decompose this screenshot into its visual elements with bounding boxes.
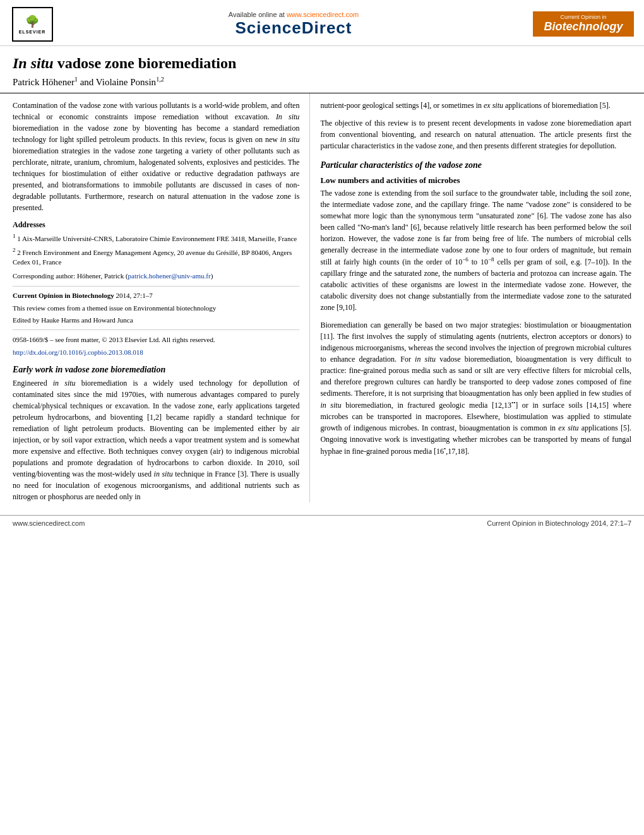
main-content: Contamination of the vadose zone with va… xyxy=(0,93,644,502)
objective-para: The objective of this review is to prese… xyxy=(320,117,631,151)
doi-url[interactable]: http://dx.doi.org/10.1016/j.copbio.2013.… xyxy=(13,348,143,356)
bioremediation-para: Bioremediation can generally be based on… xyxy=(320,319,631,457)
sciencedirect-title: ScienceDirect xyxy=(54,18,533,38)
left-column: Contamination of the vadose zone with va… xyxy=(13,93,309,502)
addresses-section: Addresses 1 1 Aix-Marseille Université-C… xyxy=(13,220,299,267)
page-footer: www.sciencedirect.com Current Opinion in… xyxy=(0,515,644,531)
early-work-text: Engineered in situ bioremediation is a w… xyxy=(13,377,299,502)
addresses-title: Addresses xyxy=(13,220,299,230)
header-center: Available online at www.sciencedirect.co… xyxy=(54,11,533,38)
abstract-text: Contamination of the vadose zone with va… xyxy=(13,100,299,213)
doi-link: http://dx.doi.org/10.1016/j.copbio.2013.… xyxy=(13,348,299,356)
journal-info: Current Opinion in Biotechnology 2014, 2… xyxy=(13,290,299,301)
sciencedirect-url[interactable]: www.sciencedirect.com xyxy=(287,11,359,18)
available-online-text: Available online at www.sciencedirect.co… xyxy=(54,11,533,18)
early-work-heading: Early work in vadose zone bioremediation xyxy=(13,365,299,375)
author-email[interactable]: patrick.hohener@univ-amu.fr xyxy=(128,272,211,280)
journal-badge: Current Opinion in Biotechnology xyxy=(533,11,634,37)
section1-heading: Particular characteristics of the vadose… xyxy=(320,160,631,170)
journal-label-top: Current Opinion in xyxy=(538,14,629,20)
right-column: nutrient-poor geological settings [4], o… xyxy=(309,93,631,502)
subsection1-heading: Low numbers and activities of microbes xyxy=(320,175,631,186)
elsevier-logo: 🌳 ELSEVIER xyxy=(10,5,54,43)
info-box: Current Opinion in Biotechnology 2014, 2… xyxy=(13,286,299,330)
footer-left: www.sciencedirect.com xyxy=(13,519,85,527)
themed-issue: This review comes from a themed issue on… xyxy=(13,303,299,314)
corresponding-author: Corresponding author: Höhener, Patrick (… xyxy=(13,272,299,280)
page-header: 🌳 ELSEVIER Available online at www.scien… xyxy=(0,0,644,46)
article-title: In situ vadose zone bioremediation xyxy=(13,55,631,72)
rights-text: 0958-1669/$ – see front matter, © 2013 E… xyxy=(13,335,299,345)
journal-label-bottom: Biotechnology xyxy=(538,20,629,34)
footer-right: Current Opinion in Biotechnology 2014, 2… xyxy=(487,519,631,527)
subsection1-text: The vadose zone is extending from the so… xyxy=(320,187,631,313)
authors: Patrick Höhener1 and Violaine Ponsin1,2 xyxy=(13,76,631,88)
title-area: In situ vadose zone bioremediation Patri… xyxy=(0,46,644,93)
address-2: 2 2 French Environment and Energy Manage… xyxy=(13,246,299,267)
current-opinion-box: Current Opinion in Biotechnology xyxy=(533,11,634,37)
edited-by: Edited by Hauke Harms and Howard Junca xyxy=(13,315,299,326)
intro-continuation: nutrient-poor geological settings [4], o… xyxy=(320,100,631,111)
address-1: 1 1 Aix-Marseille Université-CNRS, Labor… xyxy=(13,232,299,244)
